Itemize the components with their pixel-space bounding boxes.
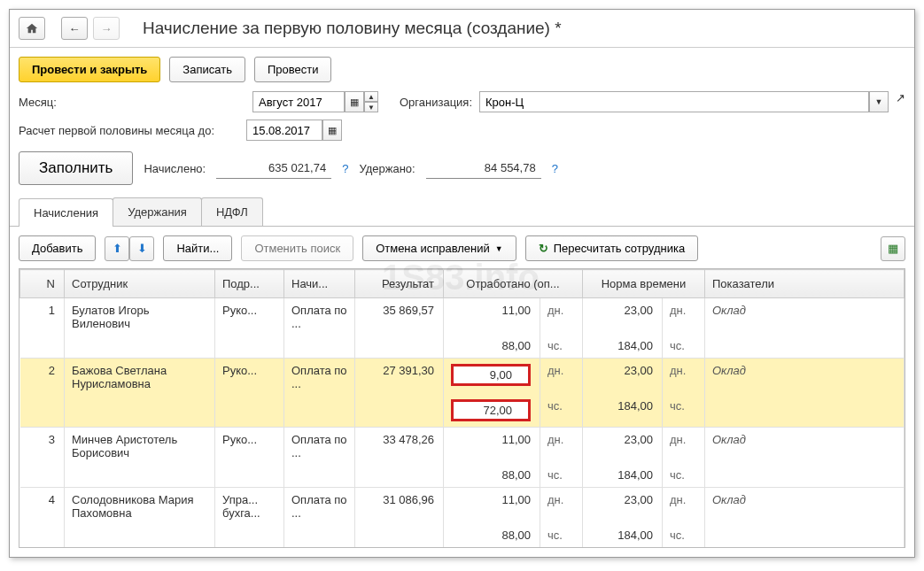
col-norm[interactable]: Норма времени [583,270,705,298]
unit-hours: чс. [540,396,583,428]
accrued-value: 635 021,74 [216,158,331,179]
cell-norm-hours: 184,00 [583,525,663,547]
cell-n: 4 [20,488,65,526]
calendar-icon: ▦ [328,125,337,136]
page-title: Начисление за первую половину месяца (со… [143,19,562,38]
open-icon: ↗ [896,91,905,104]
cell-result: 33 478,26 [355,428,444,466]
cell-norm-days: 23,00 [583,298,663,336]
table-row[interactable]: 3Минчев Аристотель БорисовичРуко...Оплат… [20,428,905,466]
cell-employee: Минчев Аристотель Борисович [65,428,215,466]
save-button[interactable]: Записать [169,57,245,82]
col-dept[interactable]: Подр... [215,270,284,298]
table-row[interactable]: 2Бажова Светлана НурисламовнаРуко...Опла… [20,359,905,397]
recalc-label: Пересчитать сотрудника [554,242,685,255]
cell-worked-days: 11,00 [444,488,540,526]
arrow-down-icon: ⬇ [137,242,147,255]
unit-days: дн. [663,488,705,526]
calc-until-label: Расчет первой половины месяца до: [19,124,214,137]
cell-result: 27 391,30 [355,359,444,397]
table-row[interactable]: 1Булатов Игорь ВиленовичРуко...Оплата по… [20,298,905,336]
cell-accrual: Оплата по ... [284,428,355,466]
cell-accrual: Оплата по ... [284,359,355,397]
cell-worked-days: 9,00 [444,359,540,397]
calc-until-calendar-button[interactable]: ▦ [322,120,342,141]
unit-days: дн. [540,298,583,336]
org-dropdown-button[interactable]: ▼ [869,91,889,112]
accrued-label: Начислено: [144,162,206,175]
move-down-button[interactable]: ⬇ [129,236,154,261]
cell-indicator: Оклад [705,298,905,336]
fill-button[interactable]: Заполнить [19,151,133,185]
home-icon [26,22,38,35]
table-subrow[interactable]: 88,00чс.184,00чс. [20,336,905,359]
grid-settings-button[interactable]: ▦ [881,236,905,261]
unit-days: дн. [540,488,583,526]
cell-worked-hours: 88,00 [444,525,540,547]
org-open-button[interactable]: ↗ [896,91,905,112]
unit-days: дн. [663,359,705,397]
cancel-corrections-button[interactable]: Отмена исправлений ▼ [362,235,516,261]
cell-result: 31 086,96 [355,488,444,526]
cell-dept: Руко... [215,428,284,466]
arrow-right-icon: → [101,22,113,35]
col-employee[interactable]: Сотрудник [65,270,215,298]
cell-indicator: Оклад [705,359,905,397]
month-up-button[interactable]: ▲ [364,91,378,102]
col-worked[interactable]: Отработано (оп... [444,270,583,298]
find-button[interactable]: Найти... [163,235,232,261]
col-n[interactable]: N [20,270,65,298]
month-calendar-button[interactable]: ▦ [345,91,364,112]
cell-employee: Бажова Светлана Нурисламовна [65,359,215,397]
table-row[interactable]: 4Солодовникова Мария ПахомовнаУпра... бу… [20,488,905,526]
cell-employee: Булатов Игорь Виленович [65,298,215,336]
accrued-help[interactable]: ? [342,162,348,175]
withheld-value: 84 554,78 [426,158,541,179]
calc-until-field[interactable] [246,120,322,141]
post-close-button[interactable]: Провести и закрыть [19,57,160,82]
unit-hours: чс. [663,396,705,428]
table-subrow[interactable]: 72,00чс.184,00чс. [20,396,905,428]
cell-norm-hours: 184,00 [583,396,663,428]
unit-days: дн. [540,359,583,397]
month-field[interactable] [252,91,345,112]
forward-button[interactable]: → [93,17,120,40]
unit-hours: чс. [540,465,583,488]
month-down-button[interactable]: ▼ [364,102,378,112]
move-up-button[interactable]: ⬆ [105,236,129,261]
col-indicators[interactable]: Показатели [705,270,905,298]
recalc-employee-button[interactable]: ↻ Пересчитать сотрудника [525,235,698,261]
cell-n: 2 [20,359,65,397]
cell-norm-days: 23,00 [583,359,663,397]
cell-norm-days: 23,00 [583,488,663,526]
cell-worked-days: 11,00 [444,298,540,336]
cell-n: 1 [20,298,65,336]
month-label: Месяц: [19,96,245,109]
tab-withholdings[interactable]: Удержания [113,197,202,226]
add-button[interactable]: Добавить [19,235,96,261]
withheld-help[interactable]: ? [552,162,558,175]
cell-worked-hours: 88,00 [444,336,540,359]
unit-hours: чс. [663,525,705,547]
cell-norm-days: 23,00 [583,428,663,466]
home-button[interactable] [19,17,45,40]
chevron-down-icon: ▼ [495,244,503,253]
unit-days: дн. [540,428,583,466]
grid-icon: ▦ [888,242,898,255]
cell-worked-days: 11,00 [444,428,540,466]
cell-accrual: Оплата по ... [284,298,355,336]
unit-hours: чс. [663,465,705,488]
tab-accruals[interactable]: Начисления [19,198,113,227]
tab-ndfl[interactable]: НДФЛ [201,197,263,226]
cell-indicator: Оклад [705,488,905,526]
col-accrual[interactable]: Начи... [284,270,355,298]
cell-norm-hours: 184,00 [583,465,663,488]
back-button[interactable]: ← [61,17,88,40]
cell-dept: Упра... бухга... [215,488,284,526]
post-button[interactable]: Провести [254,57,332,82]
arrow-up-icon: ⬆ [113,242,122,255]
table-subrow[interactable]: 88,00чс.184,00чс. [20,525,905,547]
table-subrow[interactable]: 88,00чс.184,00чс. [20,465,905,488]
col-result[interactable]: Результат [355,270,444,298]
org-field[interactable] [479,91,869,112]
